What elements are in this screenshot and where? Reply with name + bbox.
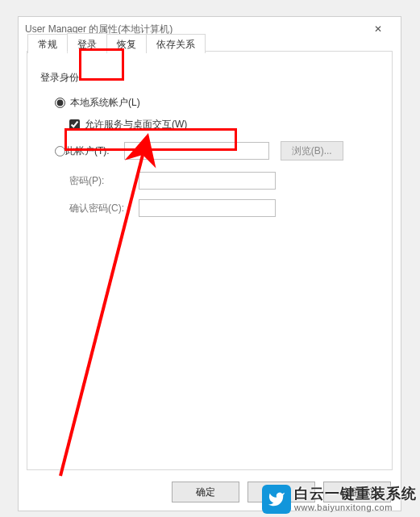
- logon-tab-content: 登录身份: 本地系统帐户(L) 允许服务与桌面交互(W) 此帐户(T): 浏览(…: [27, 52, 392, 469]
- close-button[interactable]: ✕: [362, 18, 394, 40]
- local-system-account-label[interactable]: 本地系统帐户(L): [70, 96, 140, 110]
- password-input[interactable]: [139, 172, 276, 190]
- watermark: 白云一键重装系统 www.baiyunxitong.com: [262, 485, 417, 514]
- properties-dialog: User Manager 的属性(本地计算机) ✕ 常规 登录 恢复 依存关系 …: [18, 16, 401, 511]
- this-account-radio[interactable]: [55, 146, 65, 156]
- watermark-main: 白云一键重装系统: [294, 486, 417, 502]
- local-system-account-row: 本地系统帐户(L): [55, 96, 379, 110]
- confirm-password-label: 确认密码(C):: [69, 202, 139, 215]
- tab-recovery[interactable]: 恢复: [106, 34, 147, 53]
- this-account-input[interactable]: [124, 142, 269, 160]
- tab-dependencies[interactable]: 依存关系: [146, 34, 206, 53]
- watermark-sub: www.baiyunxitong.com: [294, 502, 417, 513]
- password-row: 密码(P):: [40, 172, 379, 190]
- allow-desktop-interact-label[interactable]: 允许服务与桌面交互(W): [85, 118, 187, 131]
- confirm-password-input[interactable]: [139, 199, 276, 217]
- password-label: 密码(P):: [69, 174, 139, 188]
- local-system-account-radio[interactable]: [55, 98, 65, 108]
- tab-general[interactable]: 常规: [27, 34, 68, 53]
- dialog-client-area: 常规 登录 恢复 依存关系 登录身份: 本地系统帐户(L) 允许服务与桌面交互(…: [27, 51, 393, 470]
- this-account-row: 此帐户(T): 浏览(B)...: [55, 141, 379, 161]
- close-icon: ✕: [374, 23, 382, 35]
- browse-button[interactable]: 浏览(B)...: [281, 141, 343, 161]
- tab-strip: 常规 登录 恢复 依存关系: [27, 33, 205, 52]
- ok-button[interactable]: 确定: [172, 482, 239, 502]
- allow-desktop-interact-checkbox[interactable]: [69, 119, 80, 130]
- this-account-label[interactable]: 此帐户(T):: [65, 144, 110, 158]
- tab-logon[interactable]: 登录: [67, 33, 107, 52]
- confirm-password-row: 确认密码(C):: [40, 199, 379, 217]
- watermark-logo-icon: [262, 485, 291, 514]
- allow-desktop-interact-row: 允许服务与桌面交互(W): [69, 118, 379, 131]
- logon-as-label: 登录身份:: [40, 71, 379, 85]
- watermark-text: 白云一键重装系统 www.baiyunxitong.com: [294, 486, 417, 512]
